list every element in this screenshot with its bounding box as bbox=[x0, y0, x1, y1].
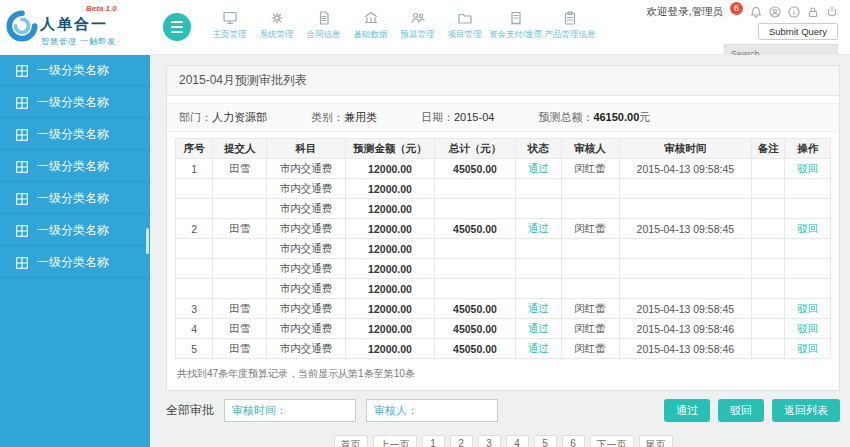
subject-cell: 市内交通费 bbox=[267, 199, 346, 219]
status-cell bbox=[515, 199, 561, 219]
reject-link[interactable]: 驳回 bbox=[797, 342, 818, 354]
sidebar-menu: 一级分类名称 一级分类名称 一级分类名称 一级分类名称 一级分类名称 一级分类名… bbox=[0, 55, 150, 279]
action-cell: 驳回 bbox=[785, 299, 831, 319]
nav-item-budget[interactable]: 预算管理 bbox=[394, 10, 441, 41]
reject-link[interactable]: 驳回 bbox=[797, 162, 818, 174]
time-cell: 2015-04-13 09:58:46 bbox=[619, 339, 752, 359]
table-row: 5田雪市内交通费12000.0045050.00通过闵红蕾2015-04-13 … bbox=[176, 339, 831, 359]
nav-item-data[interactable]: 基础数据 bbox=[347, 10, 394, 41]
note-cell bbox=[752, 299, 785, 319]
pagination-button[interactable]: 6 bbox=[562, 435, 585, 447]
sidebar-item-category-5[interactable]: 一级分类名称 bbox=[0, 183, 150, 215]
main-content: 2015-04月预测审批列表 部门：人力资源部 类别：兼用类 日期：2015-0… bbox=[150, 55, 850, 447]
nav-item-system[interactable]: 系统管理 bbox=[253, 10, 300, 41]
sidebar-item-category-6[interactable]: 一级分类名称 bbox=[0, 215, 150, 247]
nav-item-product[interactable]: 产品管理信息 bbox=[543, 10, 596, 41]
grid-icon bbox=[16, 225, 28, 237]
bell-icon[interactable] bbox=[750, 6, 762, 18]
amount-cell: 12000.00 bbox=[345, 159, 434, 179]
user-icon[interactable] bbox=[769, 6, 781, 18]
info-icon[interactable] bbox=[788, 6, 800, 18]
invoice-icon bbox=[508, 10, 524, 26]
lock-icon[interactable] bbox=[807, 6, 819, 18]
reviewer-input[interactable] bbox=[366, 399, 498, 422]
info-total: 预测总额：46150.00元 bbox=[538, 110, 650, 125]
reject-link[interactable]: 驳回 bbox=[797, 222, 818, 234]
pagination-button[interactable]: 上一页 bbox=[373, 435, 417, 447]
submitter-cell: 田雪 bbox=[213, 219, 267, 239]
status-cell: 通过 bbox=[515, 219, 561, 239]
amount-cell: 12000.00 bbox=[345, 239, 434, 259]
seq-cell bbox=[176, 239, 213, 259]
power-icon[interactable] bbox=[826, 6, 838, 18]
submitter-cell: 田雪 bbox=[213, 299, 267, 319]
logo-area: Beta 1.0 人单合一 智慧管理 一触即发 bbox=[0, 0, 150, 55]
note-cell bbox=[752, 339, 785, 359]
seq-cell bbox=[176, 179, 213, 199]
sidebar-item-category-2[interactable]: 一级分类名称 bbox=[0, 87, 150, 119]
sidebar-item-label: 一级分类名称 bbox=[37, 126, 109, 143]
sidebar-scrollbar[interactable] bbox=[146, 228, 149, 254]
amount-cell: 12000.00 bbox=[345, 259, 434, 279]
pagination-button[interactable]: 1 bbox=[422, 435, 445, 447]
total-cell bbox=[435, 239, 516, 259]
user-icons bbox=[750, 6, 838, 18]
sidebar-item-category-7[interactable]: 一级分类名称 bbox=[0, 247, 150, 279]
action-cell bbox=[785, 279, 831, 299]
action-cell: 驳回 bbox=[785, 319, 831, 339]
pagination-button[interactable]: 2 bbox=[450, 435, 473, 447]
nav-item-payment-invoice[interactable]: 资金支付/发票 bbox=[488, 10, 543, 41]
clipboard-icon bbox=[562, 10, 578, 26]
reviewer-cell bbox=[561, 179, 619, 199]
action-cell bbox=[785, 179, 831, 199]
status-cell: 通过 bbox=[515, 299, 561, 319]
table-header-row: 序号提交人科目预测金额（元）总计（元）状态审核人审核时间备注操作 bbox=[176, 139, 831, 159]
pagination: 首页上一页123456下一页尾页 bbox=[166, 435, 840, 447]
reject-link[interactable]: 驳回 bbox=[797, 322, 818, 334]
action-cell: 驳回 bbox=[785, 339, 831, 359]
pagination-button[interactable]: 下一页 bbox=[590, 435, 634, 447]
sidebar-item-category-1[interactable]: 一级分类名称 bbox=[0, 55, 150, 87]
reject-link[interactable]: 驳回 bbox=[797, 302, 818, 314]
time-cell: 2015-04-13 09:58:45 bbox=[619, 299, 752, 319]
subject-cell: 市内交通费 bbox=[267, 219, 346, 239]
info-date: 日期：2015-04 bbox=[421, 110, 494, 125]
pagination-button[interactable]: 首页 bbox=[334, 435, 368, 447]
seq-cell: 5 bbox=[176, 339, 213, 359]
contract-icon bbox=[316, 10, 332, 26]
pagination-button[interactable]: 4 bbox=[506, 435, 529, 447]
sidebar-item-category-4[interactable]: 一级分类名称 bbox=[0, 151, 150, 183]
table-row: 市内交通费12000.00 bbox=[176, 199, 831, 219]
column-header: 审核时间 bbox=[619, 139, 752, 159]
subject-cell: 市内交通费 bbox=[267, 159, 346, 179]
action-cell bbox=[785, 199, 831, 219]
menu-toggle-button[interactable] bbox=[163, 13, 191, 41]
batch-approve-bar: 全部审批 通过 驳回 返回列表 bbox=[166, 399, 840, 422]
grid-icon bbox=[16, 65, 28, 77]
time-cell bbox=[619, 179, 752, 199]
nav-item-home[interactable]: 主页管理 bbox=[206, 10, 253, 41]
nav-item-contract[interactable]: 合同信息 bbox=[300, 10, 347, 41]
pagination-button[interactable]: 5 bbox=[534, 435, 557, 447]
back-to-list-button[interactable]: 返回列表 bbox=[772, 399, 840, 422]
reject-button[interactable]: 驳回 bbox=[718, 399, 764, 422]
nav-item-project[interactable]: 项目管理 bbox=[441, 10, 488, 41]
note-cell bbox=[752, 279, 785, 299]
review-time-input[interactable] bbox=[224, 399, 356, 422]
subject-cell: 市内交通费 bbox=[267, 259, 346, 279]
pass-button[interactable]: 通过 bbox=[664, 399, 710, 422]
nav-label: 预算管理 bbox=[401, 29, 435, 41]
grid-icon bbox=[16, 97, 28, 109]
pagination-button[interactable]: 3 bbox=[478, 435, 501, 447]
note-cell bbox=[752, 199, 785, 219]
submit-query-button[interactable]: Submit Query bbox=[758, 23, 838, 40]
sidebar: Beta 1.0 人单合一 智慧管理 一触即发 一级分类名称 一级分类名称 一级… bbox=[0, 0, 150, 447]
info-category: 类别：兼用类 bbox=[311, 110, 377, 125]
sidebar-item-category-3[interactable]: 一级分类名称 bbox=[0, 119, 150, 151]
note-cell bbox=[752, 159, 785, 179]
table-row: 市内交通费12000.00 bbox=[176, 179, 831, 199]
amount-cell: 12000.00 bbox=[345, 219, 434, 239]
pagination-button[interactable]: 尾页 bbox=[639, 435, 673, 447]
approval-table: 序号提交人科目预测金额（元）总计（元）状态审核人审核时间备注操作 1田雪市内交通… bbox=[175, 138, 831, 359]
submitter-cell bbox=[213, 179, 267, 199]
